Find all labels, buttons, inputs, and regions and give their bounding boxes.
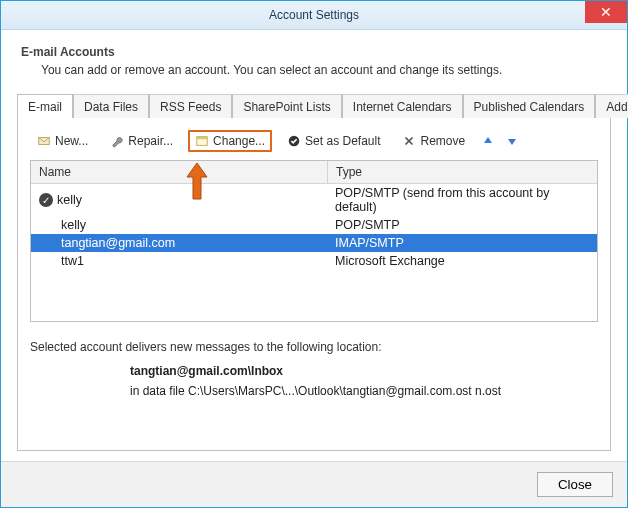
list-header: Name Type bbox=[31, 161, 597, 184]
arrow-up-icon bbox=[482, 135, 494, 147]
tab-label: Address Books bbox=[606, 100, 628, 114]
accounts-list[interactable]: Name Type ✓ kelly POP/SMTP (send from th… bbox=[30, 160, 598, 322]
tab-label: E-mail bbox=[28, 100, 62, 114]
move-down-button[interactable] bbox=[504, 133, 520, 149]
remove-icon bbox=[402, 134, 416, 148]
title-bar: Account Settings ✕ bbox=[1, 1, 627, 30]
delivery-target: tangtian@gmail.com\Inbox bbox=[130, 364, 598, 378]
tab-data-files[interactable]: Data Files bbox=[73, 94, 149, 118]
tab-label: Internet Calendars bbox=[353, 100, 452, 114]
check-circle-icon bbox=[287, 134, 301, 148]
account-name: tangtian@gmail.com bbox=[61, 236, 175, 250]
delivery-intro: Selected account delivers new messages t… bbox=[30, 340, 598, 354]
account-type: POP/SMTP (send from this account by defa… bbox=[327, 184, 597, 216]
tab-panel-email: New... Repair... Change... Set as Defaul… bbox=[17, 117, 611, 451]
tab-label: SharePoint Lists bbox=[243, 100, 330, 114]
account-type: Microsoft Exchange bbox=[327, 252, 597, 270]
svg-rect-2 bbox=[197, 137, 208, 140]
account-name: kelly bbox=[61, 218, 86, 232]
toolbar: New... Repair... Change... Set as Defaul… bbox=[30, 128, 598, 160]
move-up-button[interactable] bbox=[480, 133, 496, 149]
close-icon: ✕ bbox=[600, 5, 612, 19]
change-label: Change... bbox=[213, 134, 265, 148]
section-title: E-mail Accounts bbox=[21, 45, 611, 59]
account-row[interactable]: ttw1 Microsoft Exchange bbox=[31, 252, 597, 270]
new-label: New... bbox=[55, 134, 88, 148]
section-description: You can add or remove an account. You ca… bbox=[41, 63, 611, 77]
set-default-button[interactable]: Set as Default bbox=[280, 130, 387, 152]
tab-container: E-mail Data Files RSS Feeds SharePoint L… bbox=[17, 93, 611, 451]
default-check-icon: ✓ bbox=[39, 193, 53, 207]
tab-sharepoint-lists[interactable]: SharePoint Lists bbox=[232, 94, 341, 118]
account-row[interactable]: tangtian@gmail.com IMAP/SMTP bbox=[31, 234, 597, 252]
remove-account-button[interactable]: Remove bbox=[395, 130, 472, 152]
delivery-path: in data file C:\Users\MarsPC\...\Outlook… bbox=[130, 384, 598, 398]
tab-label: Data Files bbox=[84, 100, 138, 114]
repair-label: Repair... bbox=[128, 134, 173, 148]
account-row[interactable]: kelly POP/SMTP bbox=[31, 216, 597, 234]
tab-published-calendars[interactable]: Published Calendars bbox=[463, 94, 596, 118]
tab-internet-calendars[interactable]: Internet Calendars bbox=[342, 94, 463, 118]
new-account-button[interactable]: New... bbox=[30, 130, 95, 152]
delivery-location: tangtian@gmail.com\Inbox in data file C:… bbox=[130, 364, 598, 398]
repair-icon bbox=[110, 134, 124, 148]
account-type: POP/SMTP bbox=[327, 216, 597, 234]
tab-address-books[interactable]: Address Books bbox=[595, 94, 628, 118]
account-row[interactable]: ✓ kelly POP/SMTP (send from this account… bbox=[31, 184, 597, 216]
repair-account-button[interactable]: Repair... bbox=[103, 130, 180, 152]
close-button[interactable]: Close bbox=[537, 472, 613, 497]
tab-label: RSS Feeds bbox=[160, 100, 221, 114]
tab-rss-feeds[interactable]: RSS Feeds bbox=[149, 94, 232, 118]
account-settings-window: Account Settings ✕ E-mail Accounts You c… bbox=[0, 0, 628, 508]
close-button-label: Close bbox=[558, 477, 592, 492]
column-header-name[interactable]: Name bbox=[31, 161, 328, 183]
set-default-label: Set as Default bbox=[305, 134, 380, 148]
column-header-type[interactable]: Type bbox=[328, 161, 597, 183]
remove-label: Remove bbox=[420, 134, 465, 148]
client-area: E-mail Accounts You can add or remove an… bbox=[1, 30, 627, 461]
account-type: IMAP/SMTP bbox=[327, 234, 597, 252]
tab-label: Published Calendars bbox=[474, 100, 585, 114]
dialog-button-bar: Close bbox=[1, 461, 627, 507]
new-icon bbox=[37, 134, 51, 148]
close-window-button[interactable]: ✕ bbox=[585, 1, 627, 23]
tab-email[interactable]: E-mail bbox=[17, 94, 73, 118]
change-icon bbox=[195, 134, 209, 148]
arrow-down-icon bbox=[506, 135, 518, 147]
window-title: Account Settings bbox=[269, 8, 359, 22]
account-name: ttw1 bbox=[61, 254, 84, 268]
account-name: kelly bbox=[57, 193, 82, 207]
change-account-button[interactable]: Change... bbox=[188, 130, 272, 152]
tab-strip: E-mail Data Files RSS Feeds SharePoint L… bbox=[17, 93, 611, 117]
